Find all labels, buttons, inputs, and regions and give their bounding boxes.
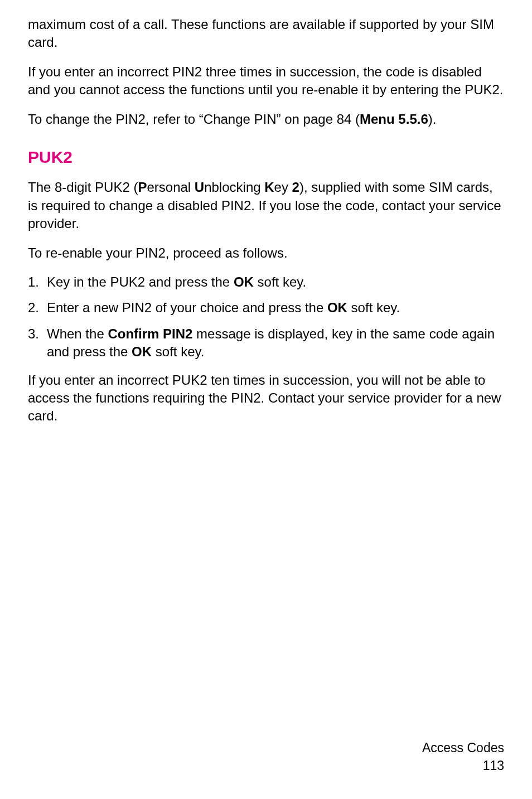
body-paragraph: To change the PIN2, refer to “Change PIN… bbox=[28, 110, 504, 128]
steps-list: 1. Key in the PUK2 and press the OK soft… bbox=[28, 273, 504, 361]
acronym-letter: 2 bbox=[292, 180, 299, 195]
text-fragment: soft key. bbox=[152, 344, 204, 359]
text-fragment: ). bbox=[428, 112, 437, 127]
softkey-label: OK bbox=[234, 274, 254, 289]
step-body: Enter a new PIN2 of your choice and pres… bbox=[47, 299, 504, 317]
body-paragraph: The 8-digit PUK2 (Personal Unblocking Ke… bbox=[28, 178, 504, 233]
step-body: Key in the PUK2 and press the OK soft ke… bbox=[47, 273, 504, 291]
softkey-label: OK bbox=[132, 344, 152, 359]
acronym-letter: K bbox=[264, 180, 274, 195]
text-fragment: soft key. bbox=[347, 300, 400, 315]
step-number: 1. bbox=[28, 273, 47, 291]
text-fragment: nblocking bbox=[204, 180, 264, 195]
text-fragment: ersonal bbox=[147, 180, 194, 195]
step-body: When the Confirm PIN2 message is display… bbox=[47, 325, 504, 361]
text-fragment: The 8-digit PUK2 ( bbox=[28, 180, 138, 195]
body-paragraph: If you enter an incorrect PUK2 ten times… bbox=[28, 371, 504, 425]
text-fragment: ey bbox=[274, 180, 292, 195]
step-number: 2. bbox=[28, 299, 47, 317]
step-number: 3. bbox=[28, 325, 47, 361]
text-fragment: soft key. bbox=[254, 274, 306, 289]
page-number: 113 bbox=[422, 757, 504, 774]
page-footer: Access Codes 113 bbox=[422, 739, 504, 774]
section-heading-puk2: PUK2 bbox=[28, 146, 504, 169]
menu-reference: Menu 5.5.6 bbox=[360, 112, 428, 127]
body-paragraph: If you enter an incorrect PIN2 three tim… bbox=[28, 63, 504, 99]
text-fragment: Key in the PUK2 and press the bbox=[47, 274, 234, 289]
acronym-letter: U bbox=[195, 180, 204, 195]
body-paragraph: To re-enable your PIN2, proceed as follo… bbox=[28, 244, 504, 262]
text-fragment: To change the PIN2, refer to “Change PIN… bbox=[28, 112, 360, 127]
acronym-letter: P bbox=[138, 180, 147, 195]
message-label: Confirm PIN2 bbox=[108, 326, 192, 341]
body-paragraph: maximum cost of a call. These functions … bbox=[28, 16, 504, 52]
text-fragment: Enter a new PIN2 of your choice and pres… bbox=[47, 300, 327, 315]
softkey-label: OK bbox=[327, 300, 347, 315]
list-item: 1. Key in the PUK2 and press the OK soft… bbox=[28, 273, 504, 291]
list-item: 2. Enter a new PIN2 of your choice and p… bbox=[28, 299, 504, 317]
list-item: 3. When the Confirm PIN2 message is disp… bbox=[28, 325, 504, 361]
text-fragment: When the bbox=[47, 326, 108, 341]
footer-section-title: Access Codes bbox=[422, 739, 504, 757]
